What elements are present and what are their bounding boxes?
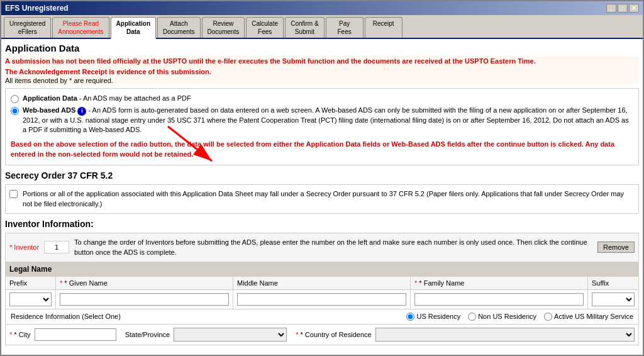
inventor-header: Inventor Information: [5, 219, 639, 229]
family-name-cell [411, 290, 588, 309]
tab-attach-documents[interactable]: AttachDocuments [157, 17, 201, 38]
tab-please-read[interactable]: Please ReadAnnouncements [52, 17, 109, 38]
city-input[interactable] [35, 328, 116, 341]
tab-bar: UnregisteredeFilers Please ReadAnnouncem… [1, 15, 643, 39]
secrecy-section: Secrecy Order 37 CFR 5.2 Portions or all… [5, 170, 639, 214]
residence-row: Residence Information (Select One) US Re… [5, 309, 639, 325]
tab-application-data[interactable]: ApplicationData [111, 17, 156, 39]
country-select[interactable]: United States Canada United Kingdom [375, 328, 635, 342]
window-title: EFS Unregistered [5, 4, 69, 13]
warning-text-line2: The Acknowledgement Receipt is evidence … [5, 67, 639, 77]
legal-name-bar: Legal Name [5, 262, 639, 277]
close-button[interactable]: ✕ [629, 4, 639, 13]
secrecy-box: Portions or all of the application assoc… [5, 184, 639, 214]
given-name-cell [56, 290, 233, 309]
tab-unregistered[interactable]: UnregisteredeFilers [4, 17, 51, 38]
inventor-section: Inventor Information: * Inventor To chan… [5, 219, 639, 345]
ads-option1-row: Application Data - An ADS may be attache… [11, 94, 633, 103]
military-radio[interactable] [544, 313, 552, 321]
ads-section: Application Data - An ADS may be attache… [5, 88, 639, 165]
us-residency-option[interactable]: US Residency [406, 313, 460, 321]
state-select[interactable]: Alabama Alaska California New York [174, 328, 287, 342]
selection-warning-container: Based on the above selection of the radi… [11, 139, 633, 160]
middle-name-cell [233, 290, 411, 309]
country-label: * * Country of Residence [296, 331, 371, 338]
inventor-description: To change the order of Inventors before … [74, 237, 592, 258]
given-name-input[interactable] [60, 293, 229, 306]
tab-review-documents[interactable]: ReviewDocuments [202, 17, 245, 38]
prefix-cell: Dr. Mr. Mrs. Ms. [6, 290, 56, 309]
state-label: State/Province [125, 331, 170, 338]
given-name-header: * * Given Name [56, 277, 233, 289]
inventor-number-input[interactable] [44, 241, 69, 253]
non-us-residency-label: Non US Residency [478, 313, 536, 320]
title-bar: EFS Unregistered _ □ ✕ [1, 1, 643, 15]
military-option[interactable]: Active US Military Service [544, 313, 633, 321]
residence-options: US Residency Non US Residency Active US … [174, 313, 633, 321]
ads-option1-radio[interactable] [11, 95, 19, 103]
ads-option2-radio[interactable] [11, 107, 19, 115]
title-bar-controls: _ □ ✕ [606, 4, 639, 13]
content-area: Application Data A submission has not be… [1, 39, 643, 355]
field-header-row: Prefix * * Given Name Middle Name * * Fa… [5, 277, 639, 290]
us-residency-label: US Residency [416, 313, 460, 320]
main-window: EFS Unregistered _ □ ✕ UnregisteredeFile… [0, 0, 644, 356]
middle-name-input[interactable] [237, 293, 406, 306]
remove-inventor-button[interactable]: Remove [597, 242, 635, 253]
residence-label: Residence Information (Select One) [11, 313, 168, 320]
prefix-select[interactable]: Dr. Mr. Mrs. Ms. [9, 292, 52, 306]
middle-name-header: Middle Name [233, 277, 411, 289]
non-us-residency-radio[interactable] [468, 313, 476, 321]
suffix-cell: Jr. Sr. II III [588, 290, 638, 309]
tab-pay-fees[interactable]: PayFees [326, 17, 364, 38]
field-input-row: Dr. Mr. Mrs. Ms. [5, 290, 639, 309]
info-icon[interactable]: i [77, 107, 86, 116]
secrecy-text: Portions or all of the application assoc… [23, 189, 635, 209]
warning-box: A submission has not been filed official… [5, 56, 639, 84]
ads-option1-label: Application Data - An ADS may be attache… [23, 94, 191, 103]
secrecy-checkbox[interactable] [9, 190, 18, 198]
secrecy-header: Secrecy Order 37 CFR 5.2 [5, 170, 639, 181]
suffix-select[interactable]: Jr. Sr. II III [592, 292, 635, 306]
suffix-header: Suffix [588, 277, 638, 289]
tab-confirm-submit[interactable]: Confirm &Submit [285, 17, 324, 38]
tab-calculate-fees[interactable]: CalculateFees [246, 17, 284, 38]
non-us-residency-option[interactable]: Non US Residency [468, 313, 536, 321]
us-residency-radio[interactable] [406, 313, 414, 321]
military-label: Active US Military Service [554, 313, 633, 320]
city-label: * * City [9, 331, 31, 338]
inventor-row: * Inventor To change the order of Invent… [5, 233, 639, 262]
family-name-header: * * Family Name [411, 277, 588, 289]
city-state-country-row: * * City State/Province Alabama Alaska C… [5, 325, 639, 345]
selection-warning: Based on the above selection of the radi… [11, 139, 633, 160]
family-name-input[interactable] [414, 293, 584, 306]
maximize-button[interactable]: □ [618, 4, 628, 13]
prefix-header: Prefix [6, 277, 56, 289]
minimize-button[interactable]: _ [606, 4, 616, 13]
ads-option2-row: Web-based ADS i - An ADS form is auto-ge… [11, 106, 633, 135]
required-note: All items denoted by * are required. [5, 77, 639, 84]
inventor-label: * Inventor [9, 243, 39, 251]
tab-receipt[interactable]: Receipt [365, 17, 402, 38]
warning-text-line1: A submission has not been filed official… [5, 56, 639, 67]
page-title: Application Data [5, 43, 639, 53]
ads-option2-label: Web-based ADS i - An ADS form is auto-ge… [23, 106, 633, 135]
